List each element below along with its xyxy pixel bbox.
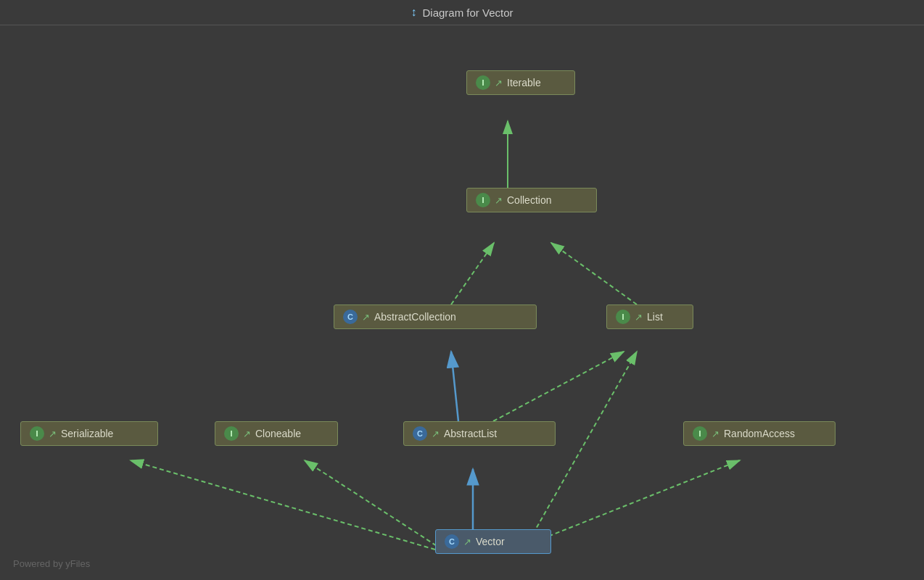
link-icon-collection: ↗ bbox=[495, 195, 503, 206]
link-icon-serializable: ↗ bbox=[49, 428, 57, 439]
link-icon-iterable: ↗ bbox=[495, 78, 503, 88]
node-randomaccess[interactable]: I ↗ RandomAccess bbox=[683, 421, 836, 446]
badge-abstractlist: C bbox=[413, 426, 427, 441]
link-icon-cloneable: ↗ bbox=[243, 428, 251, 439]
label-iterable: Iterable bbox=[507, 77, 541, 88]
label-serializable: Serializable bbox=[61, 428, 113, 439]
label-cloneable: Cloneable bbox=[255, 428, 301, 439]
label-abstractlist: AbstractList bbox=[444, 428, 497, 439]
node-iterable[interactable]: I ↗ Iterable bbox=[466, 70, 575, 95]
svg-line-6 bbox=[451, 352, 458, 421]
svg-line-10 bbox=[305, 460, 442, 550]
svg-line-7 bbox=[493, 352, 624, 421]
badge-collection: I bbox=[476, 193, 490, 207]
link-icon-randomaccess: ↗ bbox=[711, 428, 719, 439]
badge-list: I bbox=[616, 310, 630, 324]
label-vector: Vector bbox=[476, 536, 505, 547]
label-list: List bbox=[647, 311, 663, 323]
label-abstractcollection: AbstractCollection bbox=[374, 311, 456, 323]
title-icon: ↕ bbox=[411, 6, 416, 19]
connections-svg bbox=[0, 25, 924, 576]
node-list[interactable]: I ↗ List bbox=[606, 304, 693, 329]
title-text: Diagram for Vector bbox=[422, 7, 513, 19]
title-bar: ↕ Diagram for Vector bbox=[0, 0, 924, 25]
link-icon-vector: ↗ bbox=[463, 536, 471, 547]
svg-line-12 bbox=[529, 352, 637, 540]
node-collection[interactable]: I ↗ Collection bbox=[466, 188, 597, 212]
label-randomaccess: RandomAccess bbox=[724, 428, 795, 439]
badge-vector: C bbox=[445, 534, 459, 549]
badge-randomaccess: I bbox=[693, 426, 707, 441]
node-vector[interactable]: C ↗ Vector bbox=[435, 529, 551, 554]
powered-by: Powered by yFiles bbox=[13, 558, 90, 569]
link-icon-abstractcollection: ↗ bbox=[362, 312, 370, 323]
node-cloneable[interactable]: I ↗ Cloneable bbox=[215, 421, 338, 446]
diagram-area: I ↗ Iterable I ↗ Collection C ↗ Abstract… bbox=[0, 25, 924, 576]
svg-line-4 bbox=[451, 243, 494, 304]
badge-cloneable: I bbox=[224, 426, 239, 441]
label-collection: Collection bbox=[507, 194, 551, 206]
link-icon-abstractlist: ↗ bbox=[432, 428, 440, 439]
link-icon-list: ↗ bbox=[635, 312, 643, 323]
node-abstractlist[interactable]: C ↗ AbstractList bbox=[403, 421, 556, 446]
badge-serializable: I bbox=[30, 426, 44, 441]
svg-line-5 bbox=[551, 243, 637, 304]
node-abstractcollection[interactable]: C ↗ AbstractCollection bbox=[334, 304, 537, 329]
node-serializable[interactable]: I ↗ Serializable bbox=[20, 421, 158, 446]
badge-abstractcollection: C bbox=[343, 310, 358, 324]
badge-iterable: I bbox=[476, 75, 490, 90]
svg-line-9 bbox=[131, 460, 435, 550]
